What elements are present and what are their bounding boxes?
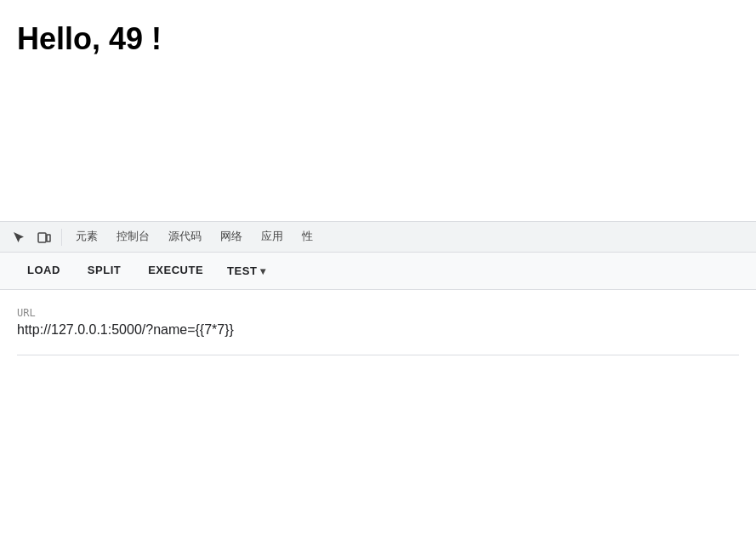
tab-network[interactable]: 网络 bbox=[212, 222, 251, 253]
devtools-tab-bar: 元素 控制台 源代码 网络 应用 性 bbox=[0, 222, 756, 253]
svg-rect-0 bbox=[38, 233, 46, 242]
execute-button[interactable]: EXECUTE bbox=[134, 253, 217, 290]
url-divider bbox=[17, 355, 739, 355]
tab-application[interactable]: 应用 bbox=[253, 222, 292, 253]
split-button[interactable]: SPLIT bbox=[74, 253, 134, 290]
page-content: Hello, 49 ! bbox=[0, 0, 756, 221]
page-heading: Hello, 49 ! bbox=[17, 20, 739, 57]
tab-sources[interactable]: 源代码 bbox=[160, 222, 210, 253]
devtools-panel: 元素 控制台 源代码 网络 应用 性 LOAD SPLIT EXECUTE TE… bbox=[0, 221, 756, 355]
url-label: URL bbox=[17, 307, 739, 319]
snippet-toolbar: LOAD SPLIT EXECUTE TEST ▾ bbox=[0, 253, 756, 290]
url-value: http://127.0.0.1:5000/?name={{7*7}} bbox=[17, 322, 739, 338]
device-toggle-button[interactable] bbox=[32, 225, 56, 249]
test-dropdown-arrow: ▾ bbox=[260, 265, 266, 277]
tab-elements[interactable]: 元素 bbox=[67, 222, 106, 253]
test-dropdown-button[interactable]: TEST ▾ bbox=[217, 253, 276, 290]
test-button-label: TEST bbox=[227, 264, 257, 277]
load-button[interactable]: LOAD bbox=[14, 253, 74, 290]
inspect-element-button[interactable] bbox=[7, 225, 31, 249]
center-area bbox=[17, 57, 739, 125]
svg-rect-1 bbox=[47, 235, 50, 242]
tab-divider bbox=[61, 229, 62, 246]
url-section: URL http://127.0.0.1:5000/?name={{7*7}} bbox=[0, 290, 756, 355]
tab-performance[interactable]: 性 bbox=[293, 222, 321, 253]
tab-console[interactable]: 控制台 bbox=[108, 222, 158, 253]
